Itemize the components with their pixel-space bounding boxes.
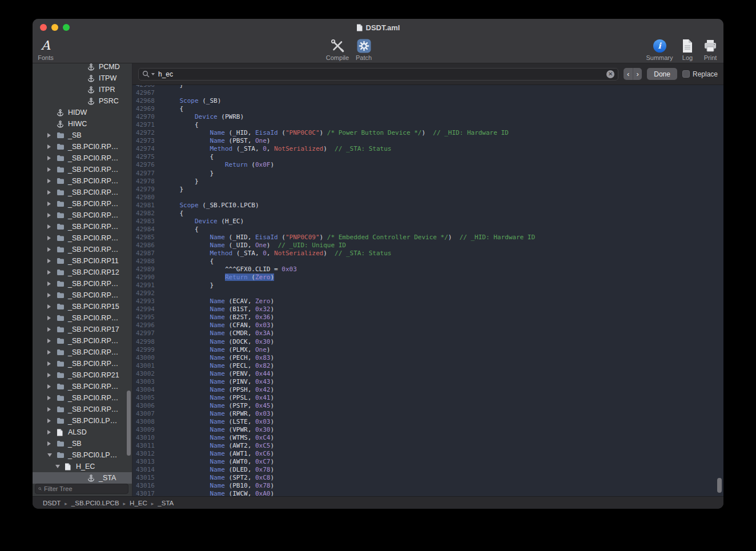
disclosure-collapsed-icon[interactable] — [47, 156, 57, 160]
breadcrumb-item-_sta[interactable]: _STA — [158, 500, 174, 506]
disclosure-collapsed-icon[interactable] — [47, 190, 57, 195]
sidebar-item-psrc[interactable]: PSRC — [33, 95, 132, 107]
sidebar-item-_sb-pci0-rp12[interactable]: _SB.PCI0.RP12 — [33, 267, 132, 278]
sidebar-item-_sb-pci0-rp[interactable]: _SB.PCI0.RP… — [33, 347, 132, 358]
disclosure-collapsed-icon[interactable] — [47, 179, 57, 183]
breadcrumb-item-h_ec[interactable]: H_EC — [130, 500, 147, 506]
disclosure-collapsed-icon[interactable] — [47, 236, 57, 240]
disclosure-collapsed-icon[interactable] — [47, 259, 57, 263]
sidebar-item-_sb-pci0-rp[interactable]: _SB.PCI0.RP… — [33, 198, 132, 210]
sidebar-item-_sb-pci0-rp[interactable]: _SB.PCI0.RP… — [33, 312, 132, 324]
disclosure-collapsed-icon[interactable] — [47, 133, 57, 138]
find-field[interactable]: ✕ — [138, 68, 618, 81]
sidebar-item-_sb-pci0-rp[interactable]: _SB.PCI0.RP… — [33, 244, 132, 255]
sidebar-item-_sb-pci0-lp[interactable]: _SB.PCI0.LP… — [33, 415, 132, 427]
breadcrumb-item-_sb-pci0-lpcb[interactable]: _SB.PCI0.LPCB — [71, 500, 119, 506]
sidebar-item-_sb-pci0-rp[interactable]: _SB.PCI0.RP… — [33, 289, 132, 301]
sidebar-item-_sb-pci0-rp15[interactable]: _SB.PCI0.RP15 — [33, 301, 132, 312]
sidebar-item-_sb-pci0-rp[interactable]: _SB.PCI0.RP… — [33, 164, 132, 175]
title-bar[interactable]: DSDT.aml — [33, 19, 723, 36]
replace-checkbox[interactable] — [682, 70, 690, 78]
disclosure-collapsed-icon[interactable] — [47, 373, 57, 377]
disclosure-collapsed-icon[interactable] — [47, 224, 57, 229]
find-input[interactable] — [158, 70, 605, 78]
sidebar-item-_sb-pci0-rp17[interactable]: _SB.PCI0.RP17 — [33, 324, 132, 335]
code-line: 43017 Name (IWCW, 0xA0) — [132, 490, 723, 496]
sidebar-item-hidw[interactable]: HIDW — [33, 107, 132, 118]
sidebar-item-_sb[interactable]: _SB — [33, 130, 132, 141]
minimize-window-button[interactable] — [51, 24, 58, 31]
disclosure-collapsed-icon[interactable] — [47, 396, 57, 400]
sidebar-item-_sb[interactable]: _SB — [33, 438, 132, 449]
sidebar-item-_sb-pci0-rp[interactable]: _SB.PCI0.RP… — [33, 141, 132, 152]
sidebar-item-_sb-pci0-rp[interactable]: _SB.PCI0.RP… — [33, 210, 132, 221]
sidebar-item-_sb-pci0-rp[interactable]: _SB.PCI0.RP… — [33, 152, 132, 164]
summary-button[interactable]: i Summary — [645, 38, 674, 61]
sidebar-item-itpw[interactable]: ITPW — [33, 73, 132, 84]
sidebar-item-h_ec[interactable]: H_EC — [33, 461, 132, 472]
disclosure-expanded-icon[interactable] — [55, 465, 65, 468]
close-window-button[interactable] — [40, 24, 47, 31]
disclosure-collapsed-icon[interactable] — [47, 213, 57, 218]
sidebar-item-itpr[interactable]: ITPR — [33, 84, 132, 95]
disclosure-collapsed-icon[interactable] — [47, 167, 57, 172]
disclosure-collapsed-icon[interactable] — [47, 304, 57, 309]
disclosure-collapsed-icon[interactable] — [47, 407, 57, 412]
sidebar-item-_sb-pci0-rp21[interactable]: _SB.PCI0.RP21 — [33, 369, 132, 381]
patch-button[interactable]: Patch — [349, 38, 379, 61]
scope-folder-icon — [57, 452, 67, 459]
disclosure-collapsed-icon[interactable] — [47, 441, 57, 446]
sidebar-item-_sb-pci0-rp[interactable]: _SB.PCI0.RP… — [33, 221, 132, 232]
editor-vertical-scrollbar[interactable] — [717, 478, 722, 493]
disclosure-collapsed-icon[interactable] — [47, 361, 57, 366]
disclosure-collapsed-icon[interactable] — [47, 327, 57, 332]
search-scope-chevron-icon[interactable] — [151, 73, 155, 75]
disclosure-expanded-icon[interactable] — [47, 453, 57, 457]
sidebar-item-alsd[interactable]: ALSD — [33, 427, 132, 438]
sidebar-item-hiwc[interactable]: HIWC — [33, 118, 132, 130]
find-next-button[interactable]: › — [633, 68, 642, 80]
code-text: Return (Zero) — [159, 274, 274, 281]
disclosure-collapsed-icon[interactable] — [47, 281, 57, 286]
zoom-window-button[interactable] — [63, 24, 70, 31]
sidebar-item-_sb-pci0-rp[interactable]: _SB.PCI0.RP… — [33, 335, 132, 347]
disclosure-collapsed-icon[interactable] — [47, 339, 57, 343]
disclosure-collapsed-icon[interactable] — [47, 430, 57, 435]
sidebar-item-_sb-pci0-rp[interactable]: _SB.PCI0.RP… — [33, 404, 132, 415]
replace-toggle[interactable]: Replace — [682, 70, 718, 78]
clear-search-icon[interactable]: ✕ — [606, 70, 614, 78]
disclosure-collapsed-icon[interactable] — [47, 247, 57, 252]
sidebar-item-_sb-pci0-rp[interactable]: _SB.PCI0.RP… — [33, 175, 132, 187]
sidebar-item-_sb-pci0-rp[interactable]: _SB.PCI0.RP… — [33, 381, 132, 392]
disclosure-collapsed-icon[interactable] — [47, 350, 57, 355]
disclosure-collapsed-icon[interactable] — [47, 270, 57, 275]
line-number: 42995 — [132, 313, 159, 321]
sidebar-item-_sb-pci0-rp[interactable]: _SB.PCI0.RP… — [33, 278, 132, 289]
compile-button[interactable]: Compile — [323, 38, 352, 61]
print-button[interactable]: Print — [695, 38, 723, 61]
disclosure-collapsed-icon[interactable] — [47, 202, 57, 206]
fonts-button[interactable]: A Fonts — [33, 38, 61, 61]
sidebar-item-_sb-pci0-rp[interactable]: _SB.PCI0.RP… — [33, 358, 132, 369]
sidebar-item-_sb-pci0-lp[interactable]: _SB.PCI0.LP… — [33, 449, 132, 461]
filter-tree-field[interactable] — [35, 484, 128, 494]
done-button[interactable]: Done — [647, 68, 677, 80]
filter-tree-input[interactable] — [44, 485, 125, 492]
sidebar-vertical-scrollbar[interactable] — [127, 391, 131, 456]
scope-folder-icon — [57, 246, 67, 253]
disclosure-collapsed-icon[interactable] — [47, 419, 57, 423]
disclosure-collapsed-icon[interactable] — [47, 144, 57, 149]
disclosure-collapsed-icon[interactable] — [47, 384, 57, 389]
sidebar-item-_sb-pci0-rp[interactable]: _SB.PCI0.RP… — [33, 232, 132, 244]
disclosure-collapsed-icon[interactable] — [47, 293, 57, 297]
code-editor[interactable]: 42966 }4296742968 Scope (_SB)42969 {4297… — [132, 85, 723, 496]
breadcrumb-item-dsdt[interactable]: DSDT — [43, 500, 61, 506]
disclosure-collapsed-icon[interactable] — [47, 316, 57, 320]
sidebar-item-_sb-pci0-rp11[interactable]: _SB.PCI0.RP11 — [33, 255, 132, 267]
sidebar-item-_sta[interactable]: _STA — [33, 472, 132, 484]
sidebar-item-_sb-pci0-rp[interactable]: _SB.PCI0.RP… — [33, 187, 132, 198]
code-text: Name (PENV, 0x44) — [159, 370, 274, 378]
sidebar-item-_sb-pci0-rp[interactable]: _SB.PCI0.RP… — [33, 392, 132, 404]
sidebar-item-pcmd[interactable]: PCMD — [33, 63, 132, 73]
find-previous-button[interactable]: ‹ — [624, 68, 633, 80]
